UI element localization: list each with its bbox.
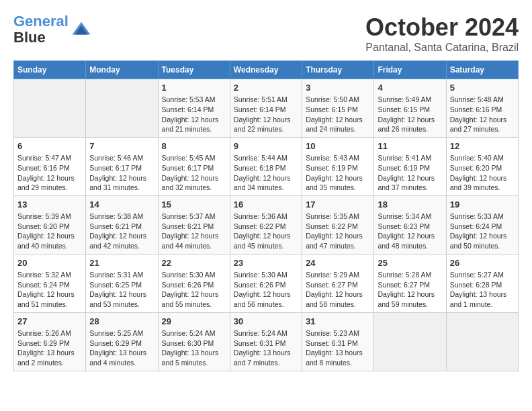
daylight: Daylight: 12 hours and 59 minutes. (378, 290, 435, 308)
sunrise: Sunrise: 5:37 AM (162, 212, 216, 220)
title-block: October 2024 Pantanal, Santa Catarina, B… (365, 13, 519, 54)
month-title: October 2024 (365, 13, 519, 42)
sunset: Sunset: 6:21 PM (89, 222, 142, 230)
weekday-header: Monday (86, 61, 158, 79)
calendar-day-cell: 15Sunrise: 5:37 AMSunset: 6:21 PMDayligh… (158, 195, 230, 254)
sunset: Sunset: 6:22 PM (306, 222, 358, 230)
sunrise: Sunrise: 5:31 AM (89, 271, 143, 279)
day-number: 7 (89, 140, 154, 152)
sunset: Sunset: 6:18 PM (234, 164, 286, 172)
daylight: Daylight: 13 hours and 1 minute. (450, 290, 507, 308)
sunrise: Sunrise: 5:33 AM (450, 212, 504, 220)
day-number: 15 (162, 199, 226, 211)
day-number: 30 (234, 316, 298, 328)
calendar-day-cell: 12Sunrise: 5:40 AMSunset: 6:20 PMDayligh… (446, 137, 518, 195)
sunset: Sunset: 6:30 PM (162, 339, 214, 347)
calendar-day-cell (14, 79, 86, 138)
day-number: 13 (17, 199, 82, 211)
sunset: Sunset: 6:29 PM (89, 339, 142, 347)
daylight: Daylight: 12 hours and 58 minutes. (306, 290, 363, 308)
sunset: Sunset: 6:16 PM (450, 105, 502, 113)
sunset: Sunset: 6:17 PM (89, 164, 142, 172)
day-number: 20 (17, 257, 82, 269)
sunrise: Sunrise: 5:24 AM (162, 329, 216, 337)
calendar-week-row: 20Sunrise: 5:32 AMSunset: 6:24 PMDayligh… (14, 254, 519, 312)
day-number: 3 (306, 82, 370, 94)
calendar-day-cell: 13Sunrise: 5:39 AMSunset: 6:20 PMDayligh… (14, 195, 86, 254)
day-number: 24 (306, 257, 370, 269)
daylight: Daylight: 12 hours and 55 minutes. (162, 290, 219, 308)
sunrise: Sunrise: 5:45 AM (162, 154, 216, 162)
daylight: Daylight: 12 hours and 51 minutes. (17, 290, 75, 308)
sunset: Sunset: 6:27 PM (378, 281, 430, 289)
sunrise: Sunrise: 5:39 AM (17, 212, 71, 220)
calendar-day-cell: 14Sunrise: 5:38 AMSunset: 6:21 PMDayligh… (86, 195, 158, 254)
daylight: Daylight: 12 hours and 44 minutes. (162, 232, 219, 250)
day-number: 4 (378, 82, 442, 94)
calendar-day-cell: 3Sunrise: 5:50 AMSunset: 6:15 PMDaylight… (302, 79, 374, 138)
sunset: Sunset: 6:25 PM (89, 281, 142, 289)
calendar-day-cell: 8Sunrise: 5:45 AMSunset: 6:17 PMDaylight… (158, 137, 230, 195)
calendar-day-cell: 26Sunrise: 5:27 AMSunset: 6:28 PMDayligh… (446, 254, 518, 312)
sunset: Sunset: 6:16 PM (17, 164, 70, 172)
daylight: Daylight: 12 hours and 39 minutes. (450, 174, 507, 192)
sunrise: Sunrise: 5:29 AM (306, 271, 359, 279)
calendar-day-cell: 20Sunrise: 5:32 AMSunset: 6:24 PMDayligh… (14, 254, 86, 312)
calendar-day-cell: 24Sunrise: 5:29 AMSunset: 6:27 PMDayligh… (302, 254, 374, 312)
sunrise: Sunrise: 5:51 AM (234, 95, 287, 103)
calendar-week-row: 13Sunrise: 5:39 AMSunset: 6:20 PMDayligh… (14, 195, 519, 254)
sunrise: Sunrise: 5:30 AM (234, 271, 287, 279)
sunset: Sunset: 6:22 PM (234, 222, 286, 230)
day-number: 10 (306, 140, 370, 152)
day-number: 11 (378, 140, 442, 152)
sunrise: Sunrise: 5:46 AM (89, 154, 143, 162)
sunset: Sunset: 6:15 PM (378, 105, 430, 113)
day-number: 23 (234, 257, 298, 269)
daylight: Daylight: 12 hours and 42 minutes. (89, 232, 146, 250)
calendar-day-cell: 16Sunrise: 5:36 AMSunset: 6:22 PMDayligh… (230, 195, 302, 254)
sunrise: Sunrise: 5:32 AM (17, 271, 71, 279)
sunrise: Sunrise: 5:23 AM (306, 329, 359, 337)
calendar-day-cell: 30Sunrise: 5:24 AMSunset: 6:31 PMDayligh… (230, 312, 302, 371)
day-number: 18 (378, 199, 442, 211)
daylight: Daylight: 12 hours and 21 minutes. (162, 116, 219, 134)
sunrise: Sunrise: 5:43 AM (306, 154, 359, 162)
daylight: Daylight: 12 hours and 22 minutes. (234, 116, 291, 134)
day-number: 17 (306, 199, 370, 211)
daylight: Daylight: 12 hours and 53 minutes. (89, 290, 146, 308)
day-number: 2 (234, 82, 298, 94)
logo-icon (71, 19, 91, 40)
daylight: Daylight: 12 hours and 40 minutes. (17, 232, 75, 250)
sunrise: Sunrise: 5:28 AM (378, 271, 431, 279)
daylight: Daylight: 12 hours and 32 minutes. (162, 174, 219, 192)
sunset: Sunset: 6:24 PM (450, 222, 502, 230)
day-number: 9 (234, 140, 298, 152)
sunset: Sunset: 6:28 PM (450, 281, 502, 289)
daylight: Daylight: 12 hours and 50 minutes. (450, 232, 507, 250)
daylight: Daylight: 12 hours and 45 minutes. (234, 232, 291, 250)
page-header: GeneralBlue October 2024 Pantanal, Santa… (13, 13, 519, 54)
daylight: Daylight: 12 hours and 35 minutes. (306, 174, 363, 192)
calendar-day-cell: 17Sunrise: 5:35 AMSunset: 6:22 PMDayligh… (302, 195, 374, 254)
sunset: Sunset: 6:21 PM (162, 222, 214, 230)
weekday-header: Tuesday (158, 61, 230, 79)
calendar-day-cell: 22Sunrise: 5:30 AMSunset: 6:26 PMDayligh… (158, 254, 230, 312)
weekday-header: Thursday (302, 61, 374, 79)
daylight: Daylight: 12 hours and 31 minutes. (89, 174, 146, 192)
calendar-day-cell: 11Sunrise: 5:41 AMSunset: 6:19 PMDayligh… (374, 137, 446, 195)
day-number: 1 (162, 82, 226, 94)
calendar-day-cell: 4Sunrise: 5:49 AMSunset: 6:15 PMDaylight… (374, 79, 446, 138)
sunset: Sunset: 6:26 PM (162, 281, 214, 289)
sunrise: Sunrise: 5:50 AM (306, 95, 359, 103)
calendar-week-row: 6Sunrise: 5:47 AMSunset: 6:16 PMDaylight… (14, 137, 519, 195)
daylight: Daylight: 12 hours and 34 minutes. (234, 174, 291, 192)
day-number: 28 (89, 316, 154, 328)
weekday-header: Sunday (14, 61, 86, 79)
sunset: Sunset: 6:29 PM (17, 339, 70, 347)
day-number: 12 (450, 140, 515, 152)
daylight: Daylight: 12 hours and 29 minutes. (17, 174, 75, 192)
calendar-day-cell: 25Sunrise: 5:28 AMSunset: 6:27 PMDayligh… (374, 254, 446, 312)
calendar-week-row: 1Sunrise: 5:53 AMSunset: 6:14 PMDaylight… (14, 79, 519, 138)
sunset: Sunset: 6:14 PM (162, 105, 214, 113)
calendar-day-cell: 21Sunrise: 5:31 AMSunset: 6:25 PMDayligh… (86, 254, 158, 312)
